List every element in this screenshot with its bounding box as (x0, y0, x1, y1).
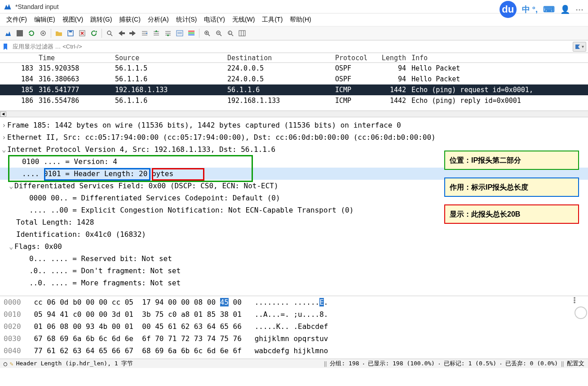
packet-row[interactable]: 184316.38066356.1.1.6224.0.0.5OSPF94Hell… (0, 74, 588, 84)
go-last-button[interactable] (163, 28, 173, 39)
hex-line[interactable]: 0030 67 68 69 6a 6b 6c 6d 6e 6f 70 71 72… (0, 333, 588, 345)
baidu-ime-icon[interactable]: du (500, 1, 517, 18)
status-displayed: 已显示: 198 (100.0%) (368, 359, 435, 368)
packet-row[interactable]: 186316.55478656.1.1.6192.168.1.133ICMP14… (0, 95, 588, 106)
ip-hdr-len-value: 20 bytes (134, 169, 173, 178)
col-info[interactable]: Info (409, 54, 588, 62)
expand-toggle[interactable]: › (2, 119, 7, 131)
col-time[interactable]: Time (36, 54, 112, 62)
ethernet-summary[interactable]: Ethernet II, Src: cc:05:17:94:00:00 (cc:… (7, 133, 436, 142)
more-icon[interactable]: ⋯ (575, 4, 584, 14)
status-profile[interactable]: 配置文 (567, 359, 584, 368)
svg-rect-4 (69, 31, 72, 32)
packet-details-pane[interactable]: ›Frame 185: 1442 bytes on wire (11536 bi… (0, 117, 588, 296)
ip-identification[interactable]: Identification: 0x41c0 (16832) (16, 230, 146, 239)
wireshark-icon (4, 3, 12, 11)
packet-row[interactable]: 183315.92035856.1.1.5224.0.0.5OSPF94Hell… (0, 63, 588, 74)
toolbar: 1 (0, 26, 588, 40)
bookmark-icon[interactable] (2, 43, 9, 50)
ip-hdr-len-field[interactable]: 0101 = Header Length: (44, 169, 134, 178)
menu-help[interactable]: 帮助(H) (287, 14, 314, 25)
save-file-button[interactable] (65, 28, 76, 39)
hex-line[interactable]: 0000 cc 06 0d b0 00 00 cc 05 17 94 00 00… (0, 296, 588, 308)
stop-capture-button[interactable] (14, 28, 25, 39)
filter-expression-button[interactable]: ▾ (573, 42, 586, 52)
status-packets: 分组: 198 (330, 359, 359, 368)
menu-tools[interactable]: 工具(T) (259, 14, 285, 25)
side-circle-icon (575, 306, 587, 319)
menu-edit[interactable]: 编辑(E) (31, 14, 58, 25)
svg-rect-15 (239, 31, 245, 36)
ip-summary[interactable]: Internet Protocol Version 4, Src: 192.16… (7, 145, 275, 154)
status-marked: 已标记: 1 (0.5%) (444, 359, 496, 368)
resize-columns-button[interactable] (237, 28, 248, 39)
zoom-in-button[interactable] (202, 28, 212, 39)
packet-bytes-pane[interactable]: 0000 cc 06 0d b0 00 00 cc 05 17 94 00 00… (0, 296, 588, 359)
ime-indicator[interactable]: 中 °, (522, 4, 538, 15)
menu-telephony[interactable]: 电话(Y) (201, 14, 228, 25)
col-destination[interactable]: Destination (225, 54, 332, 62)
menu-analyze[interactable]: 分析(A) (145, 14, 172, 25)
edit-icon[interactable]: ✎ (10, 360, 13, 367)
scroll-left-button[interactable]: ◀ (0, 111, 6, 117)
collapse-toggle[interactable]: ⌄ (9, 180, 14, 192)
horizontal-scrollbar[interactable]: ◀ (0, 111, 588, 117)
status-icon[interactable]: ◯ (4, 360, 7, 367)
start-capture-button[interactable] (3, 28, 13, 39)
col-protocol[interactable]: Protocol (332, 54, 377, 62)
find-button[interactable] (104, 28, 115, 39)
collapse-toggle[interactable]: ⌄ (9, 240, 14, 253)
colorize-button[interactable] (186, 28, 197, 39)
menu-go[interactable]: 跳转(G) (88, 14, 115, 25)
auto-scroll-button[interactable] (174, 28, 185, 39)
packet-list-pane[interactable]: Time Source Destination Protocol Length … (0, 53, 588, 111)
col-source[interactable]: Source (112, 54, 225, 62)
packet-list-header: Time Source Destination Protocol Length … (0, 53, 588, 63)
ip-ecn[interactable]: .... ..00 = Explicit Congestion Notifica… (16, 206, 354, 214)
toolbar-separator (102, 29, 102, 38)
zoom-reset-button[interactable]: 1 (225, 28, 236, 39)
scroll-indicator (570, 297, 579, 303)
annotation-label-display: 显示：此报头总长20B (444, 204, 579, 224)
packet-row[interactable]: 185316.541777192.168.1.13356.1.1.6ICMP14… (0, 84, 588, 95)
ip-dsf[interactable]: Differentiated Services Field: 0x00 (DSC… (14, 182, 279, 190)
menu-file[interactable]: 文件(F) (4, 14, 30, 25)
svg-text:1: 1 (229, 31, 230, 35)
title-right-controls: du 中 °, ⌨ 👤 ⋯ (500, 1, 584, 18)
expand-toggle[interactable]: › (2, 131, 7, 143)
frame-summary[interactable]: Frame 185: 1442 bytes on wire (11536 bit… (7, 121, 401, 129)
go-back-button[interactable] (116, 28, 127, 39)
window-title: *Standard input (15, 3, 59, 10)
display-filter-input[interactable] (11, 42, 573, 51)
ip-dscp[interactable]: 0000 00.. = Differentiated Services Code… (16, 194, 280, 202)
status-bar: ◯ ✎ Header Length (ip.hdr_len), 1 字节 ‖ 分… (0, 359, 588, 368)
open-file-button[interactable] (53, 28, 64, 39)
menu-view[interactable]: 视图(V) (60, 14, 86, 25)
ip-hdr-len-prefix: .... (9, 169, 44, 178)
restart-capture-button[interactable] (26, 28, 37, 39)
hex-line[interactable]: 0020 01 06 08 00 93 4b 00 01 00 45 61 62… (0, 320, 588, 333)
go-to-packet-button[interactable] (139, 28, 150, 39)
menu-wireless[interactable]: 无线(W) (230, 14, 258, 25)
ip-more-fragments[interactable]: ..0. .... = More fragments: Not set (16, 279, 181, 287)
menu-capture[interactable]: 捕获(C) (116, 14, 143, 25)
ip-reserved-bit[interactable]: 0... .... = Reserved bit: Not set (16, 254, 172, 263)
col-length[interactable]: Length (377, 54, 409, 62)
capture-options-button[interactable] (38, 28, 49, 39)
annotation-label-position: 位置：IP报头第二部分 (444, 151, 579, 170)
keyboard-icon[interactable]: ⌨ (543, 4, 555, 14)
ip-dont-fragment[interactable]: .0.. .... = Don't fragment: Not set (16, 266, 181, 275)
close-file-button[interactable] (77, 28, 88, 39)
user-icon[interactable]: 👤 (560, 4, 570, 14)
ip-version[interactable]: 0100 .... = Version: 4 (9, 157, 117, 166)
ip-total-length[interactable]: Total Length: 1428 (16, 218, 94, 226)
hex-line[interactable]: 0010 05 94 41 c0 00 00 3d 01 3b 75 c0 a8… (0, 308, 588, 320)
go-forward-button[interactable] (128, 28, 138, 39)
go-first-button[interactable] (151, 28, 162, 39)
collapse-toggle[interactable]: ⌄ (2, 143, 7, 155)
zoom-out-button[interactable] (213, 28, 224, 39)
ip-flags[interactable]: Flags: 0x00 (14, 242, 62, 251)
menu-statistics[interactable]: 统计(S) (173, 14, 200, 25)
reload-button[interactable] (88, 28, 99, 39)
hex-line[interactable]: 0040 77 61 62 63 64 65 66 67 68 69 6a 6b… (0, 345, 588, 357)
